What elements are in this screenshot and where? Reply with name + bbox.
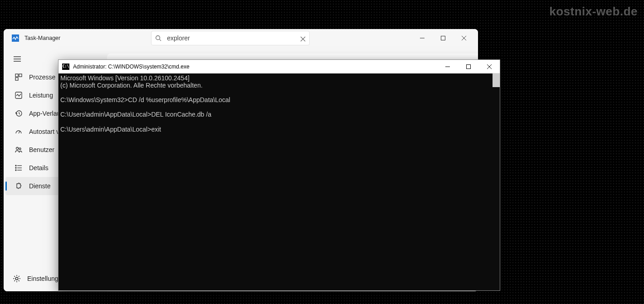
window-controls [412,31,474,45]
cmd-scrollbar-thumb[interactable] [493,74,500,87]
sidebar-item-label: Benutzer [29,146,54,153]
sidebar-item-label: Dienste [29,182,50,190]
svg-line-17 [19,131,20,133]
svg-point-20 [15,165,16,166]
minimize-button[interactable] [412,31,433,45]
cmd-window-controls [437,60,500,74]
search-input[interactable] [167,34,300,42]
svg-point-26 [15,277,18,280]
cmd-window: C:\ Administrator: C:\WINDOWS\system32\c… [58,59,500,291]
grid-icon [15,73,23,81]
cmd-app-icon: C:\ [62,64,69,70]
cmd-minimize-button[interactable] [437,60,458,74]
search-icon [155,35,161,41]
users-icon [15,146,23,154]
svg-rect-12 [15,74,18,77]
cmd-maximize-button[interactable] [458,60,479,74]
taskmanager-title: Task-Manager [24,35,60,41]
cmd-terminal-output[interactable]: Microsoft Windows [Version 10.0.26100.24… [59,74,500,290]
svg-rect-14 [15,78,18,80]
sidebar-item-label: Leistung [29,92,53,99]
cmd-close-button[interactable] [479,60,500,74]
maximize-button[interactable] [433,31,454,45]
taskmanager-app-icon [12,34,19,42]
sidebar-item-label: App-Verlauf [29,110,62,117]
svg-point-1 [156,36,160,40]
sidebar-item-label: Details [29,164,49,172]
svg-rect-28 [467,64,471,69]
list-icon [15,164,23,172]
search-clear-icon[interactable] [300,35,306,41]
cmd-titlebar[interactable]: C:\ Administrator: C:\WINDOWS\system32\c… [59,60,500,74]
svg-point-24 [15,170,16,171]
taskmanager-titlebar[interactable]: Task-Manager [4,29,478,47]
gauge-icon [15,127,23,136]
svg-line-2 [160,39,161,41]
hamburger-button[interactable] [8,51,26,67]
svg-rect-6 [441,36,445,40]
history-icon [15,109,23,118]
search-box[interactable] [151,31,310,45]
activity-icon [15,91,23,99]
sidebar-item-label: Prozesse [29,74,55,81]
svg-rect-13 [19,74,22,77]
watermark: kostnix-web.de [549,5,638,19]
svg-point-22 [15,167,16,168]
close-button[interactable] [454,31,474,45]
puzzle-icon [15,182,23,190]
svg-point-19 [19,148,21,150]
gear-icon [13,275,21,283]
cmd-title: Administrator: C:\WINDOWS\system32\cmd.e… [73,64,190,70]
svg-point-18 [16,147,19,150]
